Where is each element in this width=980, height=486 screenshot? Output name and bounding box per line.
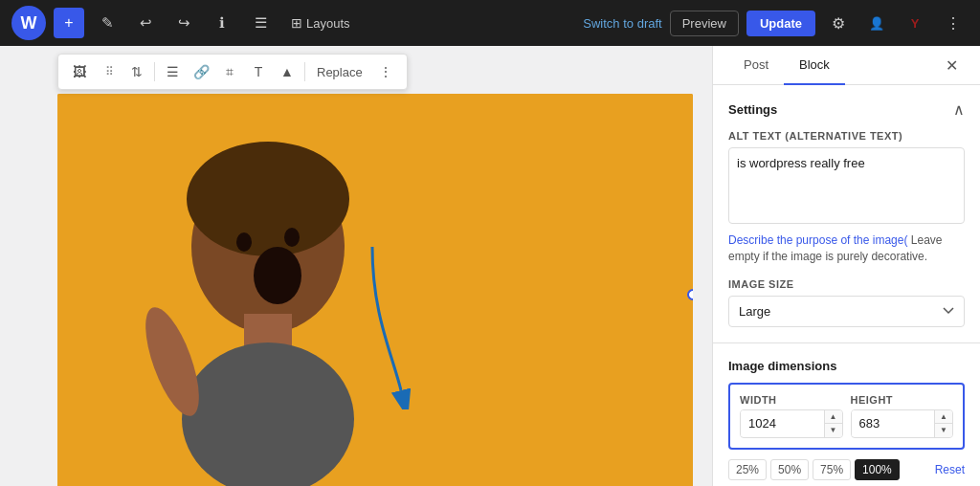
dimensions-title: Image dimensions	[728, 359, 965, 373]
user-button[interactable]: 👤	[861, 8, 892, 38]
details-button[interactable]: ℹ	[207, 8, 237, 38]
align-btn[interactable]: ☰	[159, 58, 186, 85]
alt-text-input[interactable]: is wordpress really free	[728, 147, 965, 224]
text-overlay-btn[interactable]: T	[245, 58, 272, 85]
align-icon: ☰	[167, 64, 179, 79]
width-input-wrap: ▲ ▼	[740, 409, 843, 438]
toolbar-right: Switch to draft Preview Update ⚙ 👤 Y ⋮	[583, 8, 969, 38]
toolbar-divider	[154, 62, 155, 81]
move-icon: ⇅	[131, 64, 143, 79]
svg-point-6	[236, 232, 252, 252]
pct-75-button[interactable]: 75%	[813, 459, 851, 480]
settings-button[interactable]: ⚙	[823, 8, 854, 38]
redo-icon: ↪	[178, 14, 190, 32]
gear-icon: ⚙	[832, 14, 845, 33]
drag-icon: ⠿	[105, 65, 112, 78]
resize-handle[interactable]	[687, 289, 693, 300]
width-spinners: ▲ ▼	[824, 410, 842, 437]
drag-handle-btn[interactable]: ⠿	[95, 58, 122, 85]
height-label: HEIGHT	[851, 394, 954, 406]
sidebar-tabs: Post Block ✕	[713, 46, 980, 85]
more-options-img-btn[interactable]: ⋮	[372, 58, 399, 85]
layouts-icon: ⊞	[291, 15, 302, 31]
yoast-button[interactable]: Y	[900, 8, 930, 38]
right-sidebar: Post Block ✕ Settings ∧ ALT TEXT (ALTERN…	[712, 46, 980, 486]
add-icon: +	[64, 14, 73, 32]
width-input[interactable]	[741, 410, 824, 436]
layouts-label: Layouts	[306, 16, 350, 31]
crop-btn[interactable]: ⌗	[216, 58, 243, 85]
list-icon: ☰	[255, 14, 267, 32]
preview-button[interactable]: Preview	[670, 11, 739, 36]
undo-icon: ↩	[140, 14, 152, 32]
image-size-label: IMAGE SIZE	[728, 278, 965, 290]
link-btn[interactable]: 🔗	[188, 58, 214, 85]
height-spinners: ▲ ▼	[934, 410, 952, 437]
editor-area: 🖼 ⠿ ⇅ ☰ 🔗 ⌗ T ▲ R	[0, 46, 712, 486]
undo-button[interactable]: ↩	[130, 8, 161, 38]
pct-25-button[interactable]: 25%	[728, 459, 767, 480]
percent-buttons: 25% 50% 75% 100% Reset	[728, 459, 965, 480]
main-area: 🖼 ⠿ ⇅ ☰ 🔗 ⌗ T ▲ R	[0, 46, 980, 486]
svg-point-7	[284, 228, 300, 247]
wordpress-logo[interactable]: W	[11, 6, 46, 40]
close-icon: ✕	[946, 56, 958, 75]
more-options-button[interactable]: ⋮	[938, 8, 969, 38]
toolbar-divider2	[304, 62, 305, 81]
tab-block[interactable]: Block	[784, 46, 845, 85]
list-view-button[interactable]: ☰	[245, 8, 276, 38]
height-up-button[interactable]: ▲	[935, 410, 952, 424]
svg-point-5	[254, 247, 301, 304]
image-size-select[interactable]: Large Thumbnail Medium Full Size	[728, 296, 965, 327]
close-sidebar-button[interactable]: ✕	[938, 52, 965, 78]
more-icon: ⋮	[946, 14, 961, 33]
reset-button[interactable]: Reset	[935, 463, 965, 476]
width-field: WIDTH ▲ ▼	[740, 394, 843, 438]
pct-100-button[interactable]: 100%	[855, 459, 900, 480]
height-down-button[interactable]: ▼	[935, 424, 952, 437]
image-dimensions-section: Image dimensions WIDTH ▲ ▼ HEIGHT	[713, 343, 980, 486]
info-icon: ℹ	[219, 14, 225, 32]
move-updown-btn[interactable]: ⇅	[123, 58, 150, 85]
replace-button[interactable]: Replace	[309, 61, 370, 83]
width-down-button[interactable]: ▼	[825, 424, 842, 437]
collapse-settings-button[interactable]: ∧	[953, 100, 965, 119]
user-icon: 👤	[869, 16, 884, 31]
text-icon: T	[255, 64, 263, 79]
width-up-button[interactable]: ▲	[825, 410, 842, 424]
image-icon: 🖼	[73, 64, 86, 79]
height-field: HEIGHT ▲ ▼	[851, 394, 954, 438]
height-input-wrap: ▲ ▼	[851, 409, 954, 438]
settings-section: Settings ∧ ALT TEXT (ALTERNATIVE TEXT) i…	[713, 85, 980, 343]
update-button[interactable]: Update	[746, 11, 815, 36]
alt-text-label: ALT TEXT (ALTERNATIVE TEXT)	[728, 130, 965, 142]
alt-text-link[interactable]: Describe the purpose of the image(	[728, 233, 907, 247]
tab-post[interactable]: Post	[728, 46, 784, 85]
yoast-icon: Y	[911, 16, 920, 31]
tools-button[interactable]: ✎	[92, 8, 122, 38]
top-toolbar: W + ✎ ↩ ↪ ℹ ☰ ⊞ Layouts Switch to draft …	[0, 0, 980, 46]
height-input[interactable]	[852, 410, 935, 436]
image-icon-btn[interactable]: 🖼	[66, 58, 93, 85]
layouts-button[interactable]: ⊞ Layouts	[283, 11, 358, 34]
filter-btn[interactable]: ▲	[274, 58, 301, 85]
filter-icon: ▲	[280, 64, 294, 79]
pct-50-button[interactable]: 50%	[770, 459, 809, 480]
dimensions-inputs: WIDTH ▲ ▼ HEIGHT ▲	[728, 383, 965, 450]
width-label: WIDTH	[740, 394, 843, 406]
redo-button[interactable]: ↪	[168, 8, 199, 38]
section-header: Settings ∧	[728, 100, 965, 119]
blue-arrow-annotation	[315, 237, 430, 409]
crop-icon: ⌗	[226, 64, 234, 80]
add-block-button[interactable]: +	[54, 8, 84, 38]
more-icon-img: ⋮	[379, 64, 392, 79]
link-icon: 🔗	[193, 64, 210, 79]
alt-text-help: Describe the purpose of the image( Leave…	[728, 232, 965, 265]
pen-icon: ✎	[101, 14, 114, 32]
switch-draft-button[interactable]: Switch to draft	[583, 16, 661, 31]
image-toolbar: 🖼 ⠿ ⇅ ☰ 🔗 ⌗ T ▲ R	[57, 54, 408, 90]
settings-title: Settings	[728, 102, 777, 117]
